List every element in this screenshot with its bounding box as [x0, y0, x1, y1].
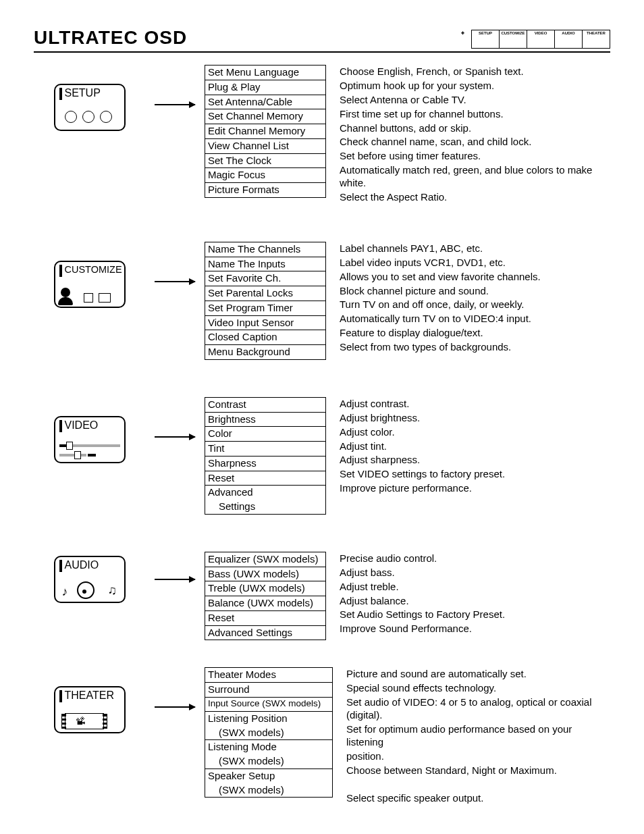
tab-setup: SETUP: [471, 30, 500, 49]
desc-text: Adjust color.: [340, 425, 610, 440]
tab-video: VIDEO: [527, 30, 555, 49]
menu-item: Plug & Play: [205, 80, 325, 95]
menu-item: Speaker Setup: [205, 769, 332, 783]
menu-item: Menu Background: [205, 345, 325, 360]
desc-text: Check channel name, scan, and child lock…: [340, 135, 610, 149]
menu-item: Bass (UWX models): [205, 567, 325, 582]
section-audio: AUDIO ♪ ♫ Equalizer (SWX models) Bass (U…: [34, 552, 610, 641]
desc-text: Precise audio control.: [340, 552, 610, 566]
theater-icon-label: THEATER: [65, 689, 114, 702]
desc-text: Channel buttons, add or skip.: [340, 122, 610, 136]
customize-icon-box: CUSTOMIZE: [54, 261, 126, 308]
menu-item: Reset: [205, 471, 325, 486]
desc-text: position.: [346, 750, 610, 764]
menu-item: Set Menu Language: [205, 66, 325, 80]
arrow-icon: [155, 579, 195, 580]
section-video: VIDEO Contrast Brightness Color Tint Sha…: [34, 397, 610, 515]
desc-text: Adjust balance.: [340, 594, 610, 608]
square-icon: [99, 293, 111, 303]
menu-item: Tint: [205, 442, 325, 457]
desc-text: Adjust tint.: [340, 440, 610, 454]
menu-item: Advanced Settings: [205, 626, 325, 641]
video-menu: Contrast Brightness Color Tint Sharpness…: [205, 397, 326, 515]
desc-text: Select from two types of backgrounds.: [340, 340, 610, 355]
section-theater: THEATER 📽 Theater Modes Surround Input S…: [34, 667, 610, 805]
menu-item-sub: (SWX models): [205, 726, 332, 741]
desc-text: Improve Sound Performance.: [340, 622, 610, 636]
menu-item: Set Program Timer: [205, 301, 325, 316]
menu-item: Listening Mode: [205, 740, 332, 754]
desc-text: Set for optimum audio performance based …: [346, 723, 610, 750]
audio-icon-label: AUDIO: [65, 559, 99, 571]
desc-text: Set VIDEO settings to factory preset.: [340, 467, 610, 481]
desc-text: Block channel picture and sound.: [340, 284, 610, 298]
customize-icon-label: CUSTOMIZE: [65, 264, 122, 275]
menu-item: Balance (UWX models): [205, 596, 325, 611]
menu-item: Surround: [205, 683, 332, 698]
camera-icon: 📽: [76, 716, 86, 727]
note-icon: ♪: [62, 585, 69, 599]
customize-descriptions: Label channels PAY1, ABC, etc. Label vid…: [336, 242, 610, 355]
desc-text: First time set up for channel buttons.: [340, 107, 610, 122]
desc-text: Optimum hook up for your system.: [340, 79, 610, 93]
desc-text: Turn TV on and off once, daily, or weekl…: [340, 298, 610, 312]
desc-text: Choose English, French, or Spanish text.: [340, 65, 610, 79]
menu-item: Picture Formats: [205, 183, 325, 198]
menu-item: Input Source (SWX models): [205, 698, 332, 712]
menu-item: Color: [205, 427, 325, 442]
desc-text: Label channels PAY1, ABC, etc.: [340, 242, 610, 256]
menu-item: Set Parental Locks: [205, 286, 325, 301]
desc-text: Feature to display dialogue/text.: [340, 326, 610, 340]
desc-text: Set before using timer features.: [340, 149, 610, 163]
x-box-icon: [84, 293, 93, 303]
tab-audio: AUDIO: [554, 30, 583, 49]
audio-menu: Equalizer (SWX models) Bass (UWX models)…: [205, 552, 326, 641]
arrow-icon: [155, 104, 195, 105]
video-descriptions: Adjust contrast. Adjust brightness. Adju…: [336, 397, 610, 496]
person-icon: [61, 288, 70, 297]
desc-text: Adjust treble.: [340, 580, 610, 594]
theater-descriptions: Picture and sound are automatically set.…: [342, 667, 610, 805]
desc-text: Choose between Standard, Night or Maximu…: [346, 764, 610, 778]
menu-item-sub: Settings: [205, 500, 325, 515]
menu-item: Video Input Sensor: [205, 316, 325, 331]
menu-item: Set Channel Memory: [205, 109, 325, 124]
page-title: ULTRATEC OSD: [34, 27, 187, 49]
setup-descriptions: Choose English, French, or Spanish text.…: [336, 65, 610, 205]
arrow-icon: [155, 281, 195, 282]
section-customize: CUSTOMIZE Name The Channels Name The Inp…: [34, 242, 610, 360]
menu-item: Equalizer (SWX models): [205, 552, 325, 567]
menu-item: Closed Caption: [205, 330, 325, 345]
desc-text: Adjust bass.: [340, 566, 610, 580]
menu-item: View Channel List: [205, 139, 325, 154]
joystick-icon: ✥: [453, 30, 472, 49]
menu-item: Name The Inputs: [205, 257, 325, 272]
menu-item: Listening Position: [205, 712, 332, 726]
desc-text: Set audio of VIDEO: 4 or 5 to analog, op…: [346, 696, 610, 723]
menu-item: Brightness: [205, 413, 325, 427]
desc-text: Select specific speaker output.: [346, 791, 610, 806]
customize-menu: Name The Channels Name The Inputs Set Fa…: [205, 242, 326, 360]
desc-text: Automatically turn TV on to VIDEO:4 inpu…: [340, 312, 610, 326]
tab-customize: CUSTOMIZE: [499, 30, 527, 49]
menu-item: Reset: [205, 611, 325, 626]
audio-icon-box: AUDIO ♪ ♫: [54, 556, 126, 603]
desc-text: Adjust brightness.: [340, 411, 610, 425]
video-icon-label: VIDEO: [65, 419, 99, 432]
desc-text: Set Audio Settings to Factory Preset.: [340, 608, 610, 622]
menu-item: Advanced: [205, 486, 325, 500]
menu-item: Edit Channel Memory: [205, 124, 325, 139]
arrow-icon: [155, 706, 195, 708]
desc-text: [346, 778, 610, 791]
menu-item-sub: (SWX models): [205, 754, 332, 769]
theater-icon-box: THEATER 📽: [54, 686, 126, 733]
theater-menu: Theater Modes Surround Input Source (SWX…: [205, 667, 333, 798]
audio-descriptions: Precise audio control. Adjust bass. Adju…: [336, 552, 610, 636]
desc-text: Label video inputs VCR1, DVD1, etc.: [340, 256, 610, 270]
desc-text: Select the Aspect Ratio.: [340, 190, 610, 205]
setup-menu: Set Menu Language Plug & Play Set Antenn…: [205, 65, 326, 198]
desc-text: Automatically match red, green, and blue…: [340, 163, 610, 190]
menu-item-sub: (SWX models): [205, 783, 332, 798]
tab-theater: THEATER: [582, 30, 610, 49]
desc-text: Improve picture performance.: [340, 481, 610, 496]
